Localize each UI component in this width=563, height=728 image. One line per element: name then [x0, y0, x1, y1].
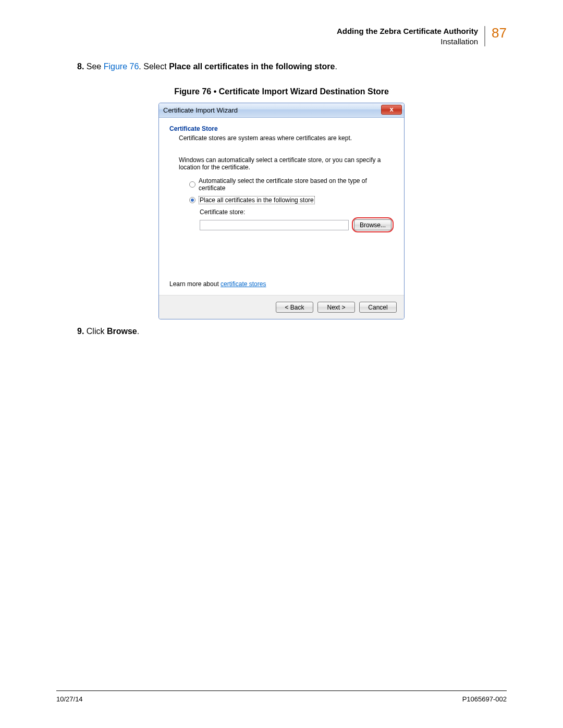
learn-more-prefix: Learn more about — [169, 280, 221, 288]
cancel-button[interactable]: Cancel — [359, 302, 397, 313]
step-9: 9. Click Browse. — [77, 327, 507, 336]
radio-place-all[interactable] — [189, 197, 195, 203]
step-8: 8. See Figure 76. Select Place all certi… — [77, 62, 507, 71]
close-icon: x — [389, 105, 393, 113]
step-8-mid: . Select — [139, 62, 169, 71]
close-button[interactable]: x — [381, 105, 402, 115]
browse-button[interactable]: Browse... — [354, 219, 391, 230]
learn-more-row: Learn more about certificate stores — [169, 280, 266, 288]
header-subsection: Installation — [337, 36, 478, 47]
step-8-number: 8. — [77, 62, 84, 71]
dialog-footer: < Back Next > Cancel — [159, 295, 404, 319]
step-8-lead: See — [87, 62, 104, 71]
certificate-store-heading: Certificate Store — [169, 125, 394, 132]
step-9-number: 9. — [77, 327, 84, 336]
footer-doc-number: P1065697-002 — [462, 695, 507, 703]
radio-auto-select-label: Automatically select the certificate sto… — [199, 177, 394, 192]
certificate-store-description: Certificate stores are system areas wher… — [179, 134, 394, 142]
page-number: 87 — [485, 26, 507, 40]
step-9-lead: Click — [87, 327, 107, 336]
next-button[interactable]: Next > — [317, 302, 355, 313]
back-button-label: < Back — [285, 304, 304, 311]
next-button-label: Next > — [327, 304, 345, 311]
store-selection-instruction: Windows can automatically select a certi… — [179, 156, 394, 171]
dialog-title: Certificate Import Wizard — [163, 106, 238, 114]
step-8-bold: Place all certificates in the following … — [169, 62, 335, 71]
certificate-store-input[interactable] — [200, 220, 349, 230]
radio-auto-select-row[interactable]: Automatically select the certificate sto… — [189, 177, 394, 192]
figure-76-caption: Figure 76 • Certificate Import Wizard De… — [56, 87, 507, 96]
radio-place-all-label: Place all certificates in the following … — [199, 196, 315, 204]
browse-button-highlight: Browse... — [352, 217, 394, 232]
footer-date: 10/27/14 — [56, 695, 83, 703]
step-9-end: . — [137, 327, 139, 336]
radio-auto-select[interactable] — [189, 181, 195, 188]
radio-place-all-row[interactable]: Place all certificates in the following … — [189, 196, 394, 204]
certificate-store-field-label: Certificate store: — [200, 208, 394, 216]
header-text-block: Adding the Zebra Certificate Authority I… — [337, 26, 484, 46]
certificate-store-field-row: Browse... — [200, 217, 394, 232]
cancel-button-label: Cancel — [368, 304, 387, 311]
learn-more-link[interactable]: certificate stores — [221, 280, 266, 288]
document-page: Adding the Zebra Certificate Authority I… — [0, 0, 563, 728]
back-button[interactable]: < Back — [276, 302, 313, 313]
step-8-end: . — [335, 62, 337, 71]
browse-button-label: Browse... — [360, 221, 386, 229]
certificate-import-wizard-dialog: Certificate Import Wizard x Certificate … — [158, 103, 405, 319]
header-section-title: Adding the Zebra Certificate Authority — [337, 26, 478, 36]
step-9-bold: Browse — [107, 327, 137, 336]
figure-76-link[interactable]: Figure 76 — [104, 62, 139, 71]
dialog-body: Certificate Store Certificate stores are… — [159, 118, 404, 295]
page-header: Adding the Zebra Certificate Authority I… — [56, 26, 507, 46]
dialog-titlebar[interactable]: Certificate Import Wizard x — [159, 103, 404, 118]
page-footer: 10/27/14 P1065697-002 — [56, 690, 507, 703]
